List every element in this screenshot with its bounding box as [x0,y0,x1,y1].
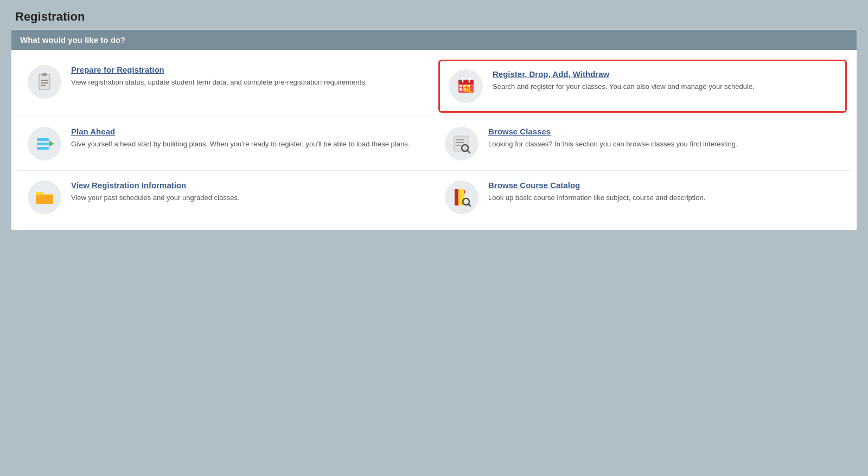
svg-rect-21 [456,139,464,140]
menu-desc-view-reg: View your past schedules and your ungrad… [71,194,240,202]
plans-icon [28,127,61,160]
svg-rect-28 [455,189,458,205]
svg-rect-23 [456,145,461,146]
svg-rect-0 [39,74,50,89]
card-header: What would you like to do? [11,30,857,50]
svg-rect-6 [458,80,474,84]
page-title: Registration [0,0,868,29]
menu-desc-browse-catalog: Look up basic course information like su… [488,194,705,202]
menu-link-register[interactable]: Register, Drop, Add, Withdraw [493,69,836,79]
outer-card: What would you like to do? Prepare for R… [11,29,857,230]
search-icon [445,127,478,160]
svg-rect-22 [456,142,464,143]
menu-desc-register: Search and register for your classes. Yo… [493,82,755,91]
clipboard-icon [28,65,61,99]
svg-rect-4 [41,85,46,86]
svg-marker-19 [49,140,54,147]
menu-link-prepare[interactable]: Prepare for Registration [71,65,423,74]
svg-line-31 [468,204,470,206]
menu-item-register[interactable]: Register, Drop, Add, WithdrawSearch and … [438,60,847,113]
svg-rect-1 [42,73,47,76]
menu-link-plan[interactable]: Plan Ahead [71,127,423,136]
menu-item-browse-catalog[interactable]: Browse Course CatalogLook up basic cours… [434,171,851,224]
folder-icon [28,181,61,214]
svg-rect-2 [41,80,48,81]
menu-link-browse-classes[interactable]: Browse Classes [488,127,840,136]
menu-link-browse-catalog[interactable]: Browse Course Catalog [488,181,840,190]
svg-rect-16 [37,138,49,141]
svg-rect-3 [41,82,48,83]
svg-rect-29 [464,190,465,194]
svg-rect-10 [459,88,462,91]
menu-link-view-reg[interactable]: View Registration Information [71,181,423,190]
book-icon [445,181,478,214]
svg-rect-7 [459,85,462,87]
menu-item-browse-classes[interactable]: Browse ClassesLooking for classes? In th… [434,117,851,171]
svg-rect-18 [37,147,49,150]
menu-item-prepare[interactable]: Prepare for RegistrationView registratio… [17,55,434,117]
menu-item-view-reg[interactable]: View Registration InformationView your p… [17,171,434,224]
menu-desc-prepare: View registration status, update student… [71,78,367,86]
calendar-icon [449,69,483,103]
svg-line-25 [467,150,470,153]
menu-desc-browse-classes: Looking for classes? In this section you… [488,140,738,148]
svg-rect-17 [37,143,49,145]
menu-item-plan[interactable]: Plan AheadGive yourself a head start by … [17,117,434,171]
menu-desc-plan: Give yourself a head start by building p… [71,140,410,148]
